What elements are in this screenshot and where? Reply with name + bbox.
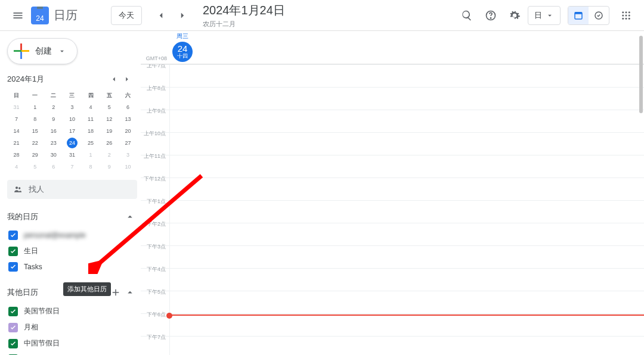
mini-day-cell[interactable]: 6: [119, 101, 137, 113]
mini-day-cell[interactable]: 5: [26, 161, 44, 173]
calendar-item[interactable]: 美国节假日: [7, 303, 137, 319]
mini-day-cell[interactable]: 17: [63, 125, 81, 137]
checkbox-icon[interactable]: [8, 231, 18, 240]
today-button[interactable]: 今天: [111, 6, 142, 25]
mini-day-cell[interactable]: 23: [44, 137, 63, 149]
calendar-item[interactable]: personal@example: [7, 228, 137, 243]
time-cell[interactable]: [169, 314, 644, 336]
time-row[interactable]: 上午11点: [141, 155, 644, 178]
mini-day-cell[interactable]: 11: [82, 113, 100, 125]
tasks-mode-button[interactable]: [589, 7, 609, 24]
time-row[interactable]: 上午9点: [141, 110, 644, 132]
vertical-scrollbar[interactable]: [638, 31, 644, 355]
time-row[interactable]: 下午12点: [141, 178, 644, 200]
mini-day-cell[interactable]: 28: [7, 149, 26, 161]
mini-day-cell[interactable]: 22: [26, 137, 44, 149]
chevron-up-icon[interactable]: [123, 285, 137, 300]
checkbox-icon[interactable]: [8, 307, 18, 316]
mini-calendar[interactable]: 日一二三四五六 31123456789101112131415161718192…: [7, 89, 137, 173]
mini-day-cell[interactable]: 3: [119, 149, 137, 161]
mini-day-cell[interactable]: 21: [7, 137, 26, 149]
time-cell[interactable]: [169, 110, 644, 132]
checkbox-icon[interactable]: [8, 247, 18, 256]
calendar-item[interactable]: 中国节假日: [7, 335, 137, 351]
mini-day-cell[interactable]: 6: [44, 161, 63, 173]
time-row[interactable]: 下午4点: [141, 268, 644, 291]
mini-day-cell[interactable]: 3: [63, 101, 81, 113]
checkbox-icon[interactable]: [8, 339, 18, 348]
time-row[interactable]: 下午1点: [141, 200, 644, 223]
time-row[interactable]: 下午6点: [141, 313, 644, 336]
calendar-item[interactable]: Tasks: [7, 259, 137, 275]
mini-day-cell[interactable]: 25: [82, 137, 100, 149]
mini-day-cell[interactable]: 8: [26, 113, 44, 125]
mini-day-cell[interactable]: 2: [44, 101, 63, 113]
mini-day-cell[interactable]: 29: [26, 149, 44, 161]
mini-day-cell[interactable]: 8: [82, 161, 100, 173]
calendar-item[interactable]: 月相: [7, 319, 137, 335]
mini-day-cell[interactable]: 10: [119, 161, 137, 173]
main-menu-icon[interactable]: [7, 5, 29, 26]
mini-day-cell[interactable]: 14: [7, 125, 26, 137]
time-cell[interactable]: [169, 201, 644, 223]
view-switcher[interactable]: 日: [528, 6, 561, 25]
mini-day-cell[interactable]: 16: [44, 125, 63, 137]
my-calendars-header[interactable]: 我的日历: [7, 210, 137, 224]
time-row[interactable]: 下午2点: [141, 223, 644, 245]
mini-day-cell[interactable]: 26: [100, 137, 119, 149]
chevron-up-icon[interactable]: [123, 210, 137, 224]
mini-day-cell[interactable]: 31: [63, 149, 81, 161]
search-people-input[interactable]: 找人: [7, 180, 137, 199]
time-cell[interactable]: [169, 178, 644, 200]
prev-day-button[interactable]: [150, 5, 172, 26]
time-row[interactable]: 下午5点: [141, 291, 644, 313]
mini-day-cell[interactable]: 2: [100, 149, 119, 161]
mini-prev-month[interactable]: [107, 73, 120, 86]
mini-day-cell[interactable]: 1: [26, 101, 44, 113]
help-icon[interactable]: [480, 5, 501, 26]
mini-day-cell[interactable]: 31: [7, 101, 26, 113]
search-icon[interactable]: [456, 5, 478, 26]
mini-day-cell[interactable]: 30: [44, 149, 63, 161]
time-cell[interactable]: [169, 291, 644, 313]
mini-day-cell[interactable]: 15: [26, 125, 44, 137]
mini-day-cell[interactable]: 19: [100, 125, 119, 137]
time-cell[interactable]: [169, 223, 644, 245]
time-row[interactable]: 下午3点: [141, 245, 644, 268]
calendar-item[interactable]: 生日: [7, 243, 137, 259]
calendar-mode-button[interactable]: [568, 7, 589, 24]
mini-day-cell[interactable]: 4: [7, 161, 26, 173]
mini-day-cell[interactable]: 1: [82, 149, 100, 161]
time-cell[interactable]: [169, 88, 644, 110]
mini-day-cell[interactable]: 12: [100, 113, 119, 125]
time-row[interactable]: 上午10点: [141, 132, 644, 155]
mini-day-cell[interactable]: 7: [63, 161, 81, 173]
time-row[interactable]: 上午8点: [141, 87, 644, 110]
mini-day-cell[interactable]: 13: [119, 113, 137, 125]
time-row[interactable]: 上午7点: [141, 64, 644, 87]
calendar-item[interactable]: Holidays in China: [7, 351, 137, 355]
mini-day-cell[interactable]: 20: [119, 125, 137, 137]
time-row[interactable]: 下午7点: [141, 336, 644, 355]
checkbox-icon[interactable]: [8, 262, 18, 272]
create-button[interactable]: 创建: [7, 38, 78, 64]
mini-day-cell[interactable]: 5: [100, 101, 119, 113]
time-cell[interactable]: [169, 65, 644, 87]
mini-day-cell[interactable]: 7: [7, 113, 26, 125]
mini-day-cell[interactable]: 4: [82, 101, 100, 113]
time-cell[interactable]: [169, 133, 644, 155]
checkbox-icon[interactable]: [8, 323, 18, 332]
apps-grid-icon[interactable]: [615, 5, 637, 26]
mini-day-cell[interactable]: 9: [100, 161, 119, 173]
time-cell[interactable]: [169, 337, 644, 355]
mini-day-cell[interactable]: 10: [63, 113, 81, 125]
time-cell[interactable]: [169, 269, 644, 291]
time-cell[interactable]: [169, 246, 644, 268]
time-cell[interactable]: [169, 155, 644, 178]
mini-day-cell[interactable]: 27: [119, 137, 137, 149]
app-logo[interactable]: 24 日历: [31, 7, 78, 24]
day-header-cell[interactable]: 周三 24 十四: [169, 31, 196, 64]
time-grid[interactable]: 上午7点上午8点上午9点上午10点上午11点下午12点下午1点下午2点下午3点下…: [141, 64, 644, 355]
mini-next-month[interactable]: [120, 73, 134, 86]
next-day-button[interactable]: [172, 5, 193, 26]
